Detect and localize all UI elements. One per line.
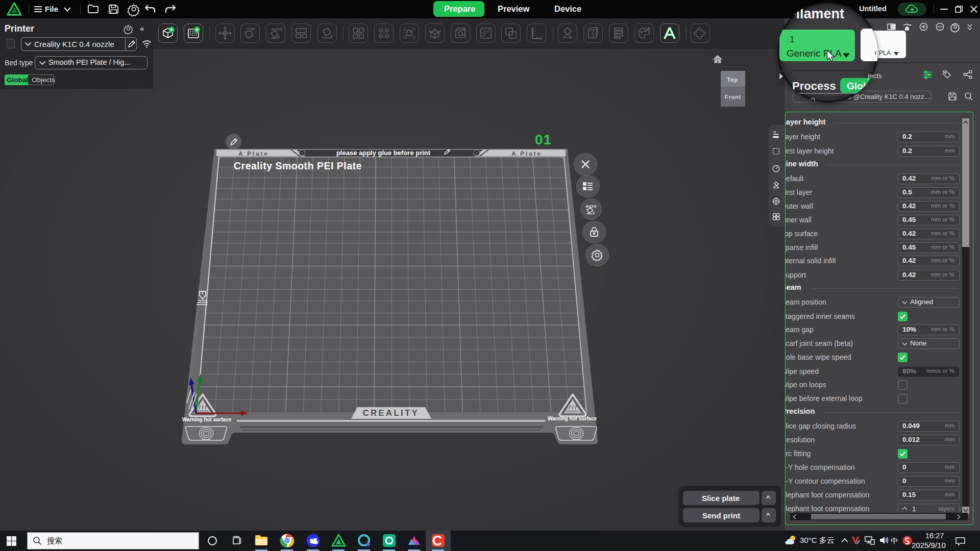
- svg-text:AUTO: AUTO: [271, 27, 283, 32]
- svg-text:please apply glue before print: please apply glue before print: [336, 149, 431, 157]
- svg-text:Creality Smooth PEI Plate: Creality Smooth PEI Plate: [234, 160, 362, 171]
- svg-text:A Plate: A Plate: [511, 151, 542, 157]
- svg-text:Warning hot surface: Warning hot surface: [182, 417, 232, 422]
- svg-text:A Plate: A Plate: [238, 151, 269, 157]
- svg-text:Warning hot surface: Warning hot surface: [548, 416, 597, 421]
- svg-text:CREALITY: CREALITY: [363, 408, 420, 417]
